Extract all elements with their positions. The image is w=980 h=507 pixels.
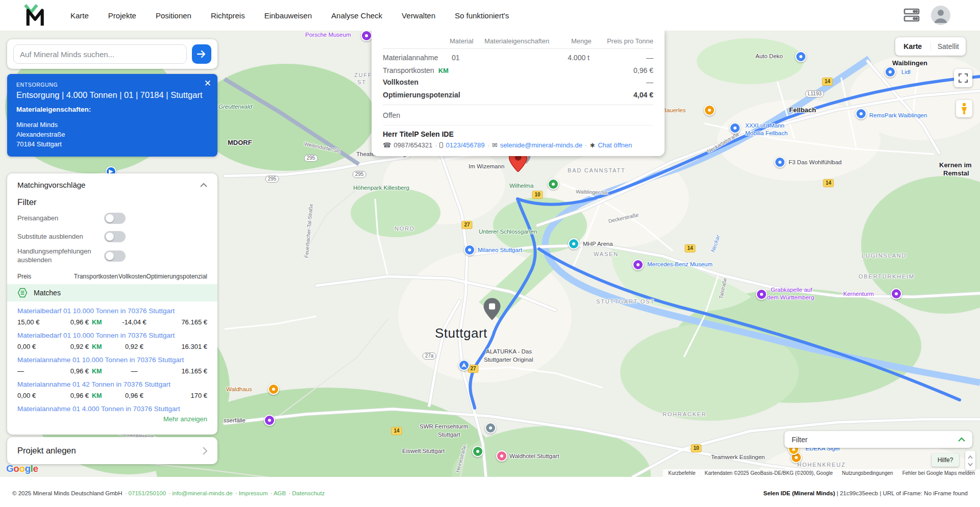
avatar[interactable] bbox=[931, 6, 950, 25]
search-submit-button[interactable] bbox=[192, 44, 211, 64]
toggle-row: Preisangaben bbox=[17, 211, 207, 226]
footer-link-07151-250100[interactable]: 07151/250100 bbox=[125, 490, 166, 496]
toggle-switch[interactable] bbox=[104, 213, 126, 224]
chat-link[interactable]: Chat öffnen bbox=[598, 141, 632, 149]
stadium-icon[interactable] bbox=[568, 238, 579, 249]
help-button[interactable]: Hilfe? bbox=[932, 453, 959, 467]
popup-row-transportkosten: TransportkostenKM 0,96 € bbox=[383, 66, 653, 74]
map-label: STUTTGART OST bbox=[596, 298, 655, 305]
nav-item-projekte[interactable]: Projekte bbox=[108, 11, 136, 20]
close-icon[interactable]: ✕ bbox=[204, 79, 211, 88]
nav-item-richtpreis[interactable]: Richtpreis bbox=[211, 11, 245, 20]
session-info-bold: Selen IDE (Mineral Minds) bbox=[763, 490, 835, 496]
map-filter-bar[interactable]: Filter bbox=[785, 431, 972, 448]
toggle-switch[interactable] bbox=[104, 231, 126, 242]
road-badge: 10 bbox=[532, 191, 543, 199]
nav-item-verwalten[interactable]: Verwalten bbox=[402, 11, 435, 20]
pegman-icon[interactable] bbox=[956, 100, 972, 117]
match-row-title[interactable]: Materialannahme 01 10.000 Tonnen in 7037… bbox=[17, 356, 207, 364]
road-badge: 14 bbox=[684, 244, 695, 252]
shortcuts-link[interactable]: Kurzbefehle bbox=[668, 470, 695, 476]
road-badge: 295 bbox=[353, 171, 366, 178]
map-data-text: Kartendaten ©2025 GeoBasis-DE/BKG (©2009… bbox=[705, 470, 833, 476]
match-row-title[interactable]: Materialbedarf 01 10.000 Tonnen in 70376… bbox=[17, 307, 207, 315]
map-type-karte[interactable]: Karte bbox=[895, 42, 930, 50]
match-row-title[interactable]: Materialannahme 01 42 Tonnen in 70376 St… bbox=[17, 381, 207, 388]
map-label: ALATURKA - Das bbox=[486, 348, 532, 354]
company-name: Mineral Minds bbox=[16, 120, 208, 130]
monument-icon[interactable] bbox=[756, 289, 767, 300]
show-more-link[interactable]: Mehr anzeigen bbox=[17, 415, 207, 428]
google-logo-letter: o bbox=[13, 463, 19, 474]
copyright-text: © 2025 Mineral Minds Deutschland GmbH bbox=[12, 490, 122, 496]
match-row-title[interactable]: Materialbedarf 01 10.000 Tonnen in 70376… bbox=[17, 332, 207, 339]
create-project-label: Projekt anlegen bbox=[17, 446, 76, 455]
road-badge: 27a bbox=[423, 352, 436, 360]
toggle-label: Substitute ausblenden bbox=[17, 233, 95, 241]
km-badge: KM bbox=[89, 392, 112, 399]
company-street: Alexanderstraße bbox=[16, 130, 208, 140]
properties-label: Materialeigenschaften: bbox=[16, 106, 208, 113]
column-header: Transportkosten bbox=[74, 273, 118, 280]
route-arrow-icon[interactable] bbox=[458, 360, 470, 371]
attraction-icon[interactable] bbox=[472, 446, 483, 457]
google-logo-letter: e bbox=[33, 463, 38, 474]
footer-link-info-mineral-minds-de[interactable]: info@mineral-minds.de bbox=[168, 490, 232, 496]
contact-name: Herr TitelP Selen IDE bbox=[383, 130, 653, 138]
map-label: NORD bbox=[395, 225, 415, 232]
map-label: Porsche Museum bbox=[305, 32, 351, 38]
google-logo-letter: o bbox=[19, 463, 24, 474]
museum-icon[interactable] bbox=[361, 31, 372, 41]
toggle-switch[interactable] bbox=[104, 250, 126, 262]
filter-title: Filter bbox=[17, 197, 207, 208]
pool-icon[interactable] bbox=[774, 157, 786, 168]
phone-icon: ☎ bbox=[383, 141, 391, 149]
store-icon[interactable] bbox=[729, 122, 741, 134]
matching-panel: Matchingvorschläge Filter Preisangaben S… bbox=[7, 173, 217, 435]
nav-item-einbauweisen[interactable]: Einbauweisen bbox=[264, 11, 312, 20]
hotel-icon[interactable] bbox=[496, 450, 507, 462]
map-label: ST bbox=[357, 79, 366, 85]
matching-title: Matchingvorschläge bbox=[17, 181, 85, 189]
machines-icon[interactable] bbox=[903, 8, 920, 23]
footer-link-impressum[interactable]: Impressum bbox=[235, 490, 268, 496]
report-error-link[interactable]: Fehler bei Google Maps melden bbox=[902, 470, 975, 476]
email-link[interactable]: selenide@mineral-minds.de bbox=[500, 141, 582, 149]
nav-item-positionen[interactable]: Positionen bbox=[156, 11, 191, 20]
tower-icon[interactable] bbox=[891, 288, 902, 299]
col-materialeigenschaften: Materialeigenschaften bbox=[484, 37, 549, 45]
restaurant-icon[interactable] bbox=[268, 384, 279, 395]
road-badge: 14 bbox=[391, 427, 402, 435]
collapse-chevron-icon[interactable] bbox=[200, 183, 207, 187]
map-label: Milaneo Stuttgart bbox=[478, 247, 522, 253]
map-type-satellit[interactable]: Satellit bbox=[930, 42, 966, 50]
store-icon[interactable] bbox=[795, 51, 806, 62]
origin-gray-pin-icon[interactable] bbox=[483, 298, 501, 322]
match-column-headers: PreisTransportkostenVollkostenOptimierun… bbox=[17, 273, 207, 280]
shopping-icon[interactable] bbox=[464, 244, 475, 256]
mobile-number-link[interactable]: 0123/456789 bbox=[446, 141, 484, 149]
mineral-minds-logo-icon[interactable] bbox=[23, 4, 45, 27]
zoo-paw-icon[interactable] bbox=[548, 179, 559, 190]
search-input[interactable] bbox=[13, 44, 187, 64]
toggle-row: Handlungsempfehlungen ausblenden bbox=[17, 247, 207, 265]
footer-link-datenschutz[interactable]: Datenschutz bbox=[288, 490, 325, 496]
match-row-title[interactable]: Materialannahme 01 4.000 Tonnen in 70376… bbox=[17, 405, 207, 413]
google-logo[interactable]: Google bbox=[6, 463, 38, 474]
fullscreen-button[interactable] bbox=[954, 69, 972, 87]
attraction-icon[interactable] bbox=[855, 108, 867, 119]
nav-item-karte[interactable]: Karte bbox=[70, 11, 89, 20]
tv-tower-icon[interactable] bbox=[485, 422, 496, 434]
map-label: Bauerles bbox=[663, 107, 685, 113]
footer-link-agb[interactable]: AGB bbox=[271, 490, 286, 496]
create-project-button[interactable]: Projekt anlegen bbox=[7, 437, 217, 464]
museum-icon[interactable] bbox=[632, 259, 644, 270]
waterfall-icon[interactable] bbox=[264, 415, 275, 426]
nav-item-so-funktioniert-s[interactable]: So funktioniert's bbox=[455, 11, 509, 20]
collapsed-zoom-control[interactable] bbox=[965, 451, 975, 470]
nav-item-analyse-check[interactable]: Analyse Check bbox=[331, 11, 382, 20]
store-icon[interactable] bbox=[885, 66, 896, 78]
terms-link[interactable]: Nutzungsbedingungen bbox=[842, 470, 893, 476]
restaurant-icon[interactable] bbox=[704, 105, 715, 116]
road-badge: L1193 bbox=[805, 90, 824, 97]
